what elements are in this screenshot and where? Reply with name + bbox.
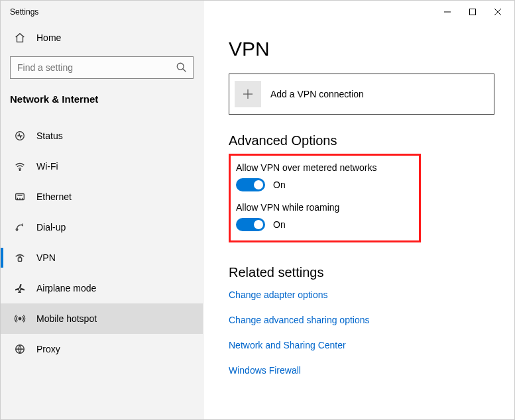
- sidebar-item-label: Mobile hotspot: [36, 313, 97, 324]
- svg-line-1: [183, 69, 186, 72]
- sidebar-item-label: Dial-up: [36, 222, 66, 233]
- maximize-button[interactable]: [468, 7, 477, 17]
- sidebar-item-hotspot[interactable]: Mobile hotspot: [1, 303, 203, 334]
- highlight-box: Allow VPN over metered networks On Allow…: [229, 154, 421, 242]
- window-controls: [203, 1, 514, 23]
- home-button[interactable]: Home: [1, 23, 203, 52]
- vpn-icon: [14, 252, 26, 264]
- add-vpn-label: Add a VPN connection: [270, 89, 364, 99]
- search-input[interactable]: [11, 62, 193, 73]
- window-title: Settings: [1, 1, 203, 23]
- sidebar-item-label: Proxy: [36, 344, 60, 354]
- link-windows-firewall[interactable]: Windows Firewall: [229, 365, 494, 376]
- svg-rect-6: [18, 258, 21, 261]
- related-links: Change adapter options Change advanced s…: [229, 289, 494, 376]
- search-input-container[interactable]: [10, 56, 194, 79]
- home-label: Home: [36, 32, 61, 43]
- link-sharing-options[interactable]: Change advanced sharing options: [229, 315, 494, 325]
- svg-rect-10: [470, 9, 476, 15]
- related-settings-heading: Related settings: [229, 265, 494, 280]
- toggle-metered[interactable]: [236, 178, 265, 191]
- svg-point-0: [177, 63, 184, 70]
- sidebar-item-label: Status: [36, 131, 63, 141]
- minimize-button[interactable]: [443, 7, 452, 17]
- link-adapter-options[interactable]: Change adapter options: [229, 289, 494, 300]
- airplane-icon: [14, 282, 26, 294]
- sidebar-item-label: VPN: [36, 252, 56, 263]
- svg-point-7: [19, 317, 21, 320]
- search-icon: [176, 62, 188, 74]
- ethernet-icon: [14, 191, 26, 203]
- sidebar-item-label: Airplane mode: [36, 283, 96, 293]
- sidebar-item-label: Wi-Fi: [36, 161, 58, 172]
- sidebar-item-airplane[interactable]: Airplane mode: [1, 273, 203, 303]
- toggle-roaming-state: On: [273, 219, 286, 230]
- option-roaming: Allow VPN while roaming On: [236, 202, 410, 231]
- sidebar-item-status[interactable]: Status: [1, 121, 203, 151]
- option-metered-label: Allow VPN over metered networks: [236, 162, 410, 173]
- sidebar-item-ethernet[interactable]: Ethernet: [1, 182, 203, 212]
- sidebar-item-wifi[interactable]: Wi-Fi: [1, 151, 203, 182]
- toggle-roaming[interactable]: [236, 218, 265, 231]
- sidebar-item-proxy[interactable]: Proxy: [1, 334, 203, 364]
- toggle-metered-state: On: [273, 180, 286, 190]
- page-title: VPN: [229, 38, 494, 60]
- option-roaming-label: Allow VPN while roaming: [236, 202, 410, 213]
- home-icon: [14, 32, 26, 44]
- sidebar-item-vpn[interactable]: VPN: [1, 242, 203, 273]
- hotspot-icon: [14, 313, 26, 325]
- wifi-icon: [14, 160, 26, 172]
- svg-point-3: [19, 170, 21, 171]
- sidebar-item-label: Ethernet: [36, 191, 72, 202]
- advanced-options-heading: Advanced Options: [229, 133, 494, 148]
- proxy-icon: [14, 343, 26, 355]
- option-metered: Allow VPN over metered networks On: [236, 162, 410, 191]
- close-button[interactable]: [493, 7, 502, 17]
- sidebar-item-dialup[interactable]: Dial-up: [1, 212, 203, 242]
- sidebar: Settings Home Network & Internet Status: [1, 1, 203, 419]
- add-vpn-connection-button[interactable]: Add a VPN connection: [229, 74, 494, 115]
- dialup-icon: [14, 221, 26, 233]
- svg-point-5: [16, 229, 18, 231]
- nav-list: Status Wi-Fi Ethernet Dial-up: [1, 121, 203, 364]
- main-panel: VPN Add a VPN connection Advanced Option…: [203, 1, 514, 419]
- category-heading: Network & Internet: [1, 85, 203, 110]
- status-icon: [14, 130, 26, 142]
- plus-icon: [235, 81, 261, 107]
- link-network-sharing-center[interactable]: Network and Sharing Center: [229, 340, 494, 350]
